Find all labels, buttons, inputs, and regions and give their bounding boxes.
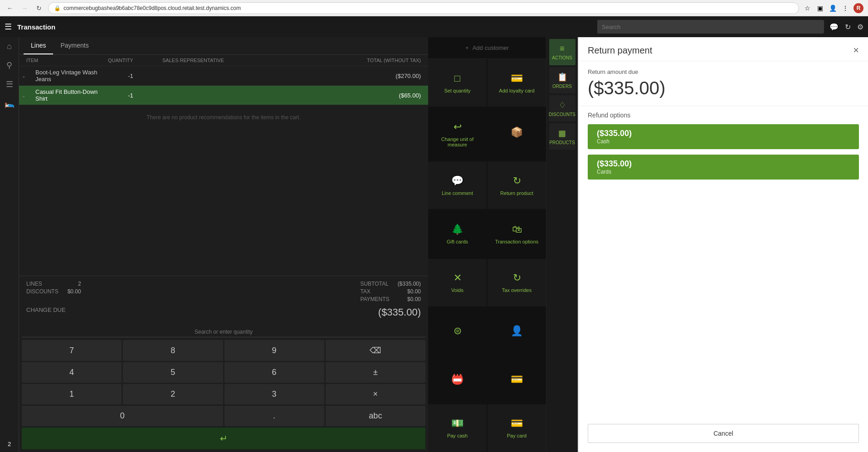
pay-card-label: Pay card (507, 433, 527, 438)
voids-icon: ✕ (454, 272, 462, 284)
tax-overrides-button[interactable]: ↻ Tax overrides (488, 259, 546, 306)
row2-total: ($65.00) (239, 92, 425, 99)
action-icon-10: ⊜ (454, 325, 462, 337)
payments-value: $0.00 (407, 296, 421, 302)
num-backspace[interactable]: ⌫ (326, 340, 425, 361)
hamburger-menu[interactable]: ☰ (5, 22, 12, 32)
accounts-icon[interactable]: 👤 (828, 4, 837, 13)
num-8[interactable]: 8 (123, 340, 223, 361)
num-1[interactable]: 1 (22, 384, 122, 404)
table-row[interactable]: ⌄ Boot-Leg Vintage Wash Jeans -1 ($270.0… (19, 66, 428, 86)
num-dot[interactable]: . (224, 406, 324, 426)
nav-icons: 💬 ↻ ⚙ (829, 23, 863, 31)
refund-option-cash[interactable]: ($335.00) Cash (588, 124, 859, 149)
voids-button[interactable]: ✕ Voids (428, 259, 487, 306)
subtotal-value: ($335.00) (398, 281, 421, 287)
num-enter[interactable]: ↵ (22, 428, 425, 449)
set-quantity-label: Set quantity (444, 88, 470, 93)
return-product-button[interactable]: ↻ Return product (488, 161, 546, 209)
return-close-button[interactable]: × (853, 44, 859, 56)
pay-cash-button[interactable]: 💵 Pay cash (428, 404, 487, 452)
tax-overrides-icon: ↻ (513, 272, 521, 284)
action-icon-13: 💳 (511, 374, 523, 385)
home-icon[interactable]: ⌂ (7, 42, 12, 51)
quick-products-button[interactable]: ▦ PRODUCTS (549, 123, 575, 150)
quick-orders-button[interactable]: 📋 ORDERS (549, 67, 575, 93)
discounts-value: $0.00 (68, 288, 81, 295)
forward-button[interactable]: → (19, 3, 30, 14)
change-due-label: CHANGE DUE (26, 306, 66, 318)
refund-option-cards[interactable]: ($335.00) Cards (588, 155, 859, 180)
add-loyalty-button[interactable]: 💳 Add loyalty card (488, 59, 546, 107)
address-bar[interactable]: 🔒 commercebugbashea9b6abc78e0c9d8pos.clo… (48, 2, 799, 14)
transaction-options-button[interactable]: 🛍 Transaction options (488, 210, 546, 258)
menu-icon[interactable]: ⋮ (841, 4, 850, 13)
back-button[interactable]: ← (5, 3, 15, 14)
row1-total: ($270.00) (239, 73, 425, 79)
comment-icon[interactable]: 💬 (829, 23, 839, 31)
settings-icon[interactable]: ⚙ (857, 23, 863, 31)
num-multiply[interactable]: × (326, 384, 425, 404)
line-comment-label: Line comment (442, 190, 473, 196)
action-btn-13[interactable]: 💳 (488, 356, 546, 403)
gift-cards-button[interactable]: 🌲 Gift cards (428, 210, 487, 258)
discounts-label: DISCOUNTS (549, 112, 575, 117)
num-6[interactable]: 6 (224, 362, 324, 383)
quick-actions-button[interactable]: ≡ ACTIONS (549, 39, 575, 65)
action-btn-12[interactable]: 📛 (428, 356, 487, 403)
change-uom-button[interactable]: ↩ Change unit of measure (428, 107, 487, 160)
bookmark-icon[interactable]: ☆ (803, 4, 812, 13)
num-7[interactable]: 7 (22, 340, 122, 361)
transaction-options-label: Transaction options (495, 239, 539, 244)
add-customer-icon: + (465, 44, 469, 51)
list-icon[interactable]: ☰ (6, 79, 13, 89)
page-number: 2 (8, 441, 11, 447)
refresh-icon[interactable]: ↻ (845, 23, 851, 31)
num-5[interactable]: 5 (123, 362, 223, 383)
num-2[interactable]: 2 (123, 384, 223, 404)
return-cancel-button[interactable]: Cancel (588, 424, 859, 443)
discounts-label: DISCOUNTS (26, 288, 59, 295)
set-quantity-button[interactable]: □ Set quantity (428, 59, 487, 107)
pay-card-button[interactable]: 💳 Pay card (488, 404, 546, 452)
header-total: TOTAL (WITHOUT TAX) (244, 58, 421, 63)
refund-cards-type: Cards (597, 169, 850, 175)
action-grid: □ Set quantity 💳 Add loyalty card ↩ Chan… (428, 59, 546, 452)
row1-qty: -1 (103, 73, 158, 79)
action-btn-11[interactable]: 👤 (488, 307, 546, 355)
return-amount-value: ($335.00) (588, 78, 859, 98)
num-9[interactable]: 9 (224, 340, 324, 361)
num-plusminus[interactable]: ± (326, 362, 425, 383)
payments-label: PAYMENTS (360, 296, 389, 302)
refresh-button[interactable]: ↻ (34, 3, 44, 14)
tax-label: TAX (360, 288, 370, 295)
line-comment-button[interactable]: 💬 Line comment (428, 161, 487, 209)
tab-lines[interactable]: Lines (24, 37, 53, 54)
user-avatar: R (853, 3, 863, 13)
num-3[interactable]: 3 (224, 384, 324, 404)
tab-payments[interactable]: Payments (53, 37, 96, 54)
lines-value: 2 (78, 281, 81, 287)
search-icon[interactable]: ⚲ (6, 60, 12, 70)
search-qty-input[interactable] (22, 327, 425, 337)
bottom-summary: LINES 2 DISCOUNTS $0.00 SUBTOTAL ($335.0… (19, 276, 428, 324)
return-title: Return payment (588, 45, 652, 56)
row2-item: Casual Fit Button-Down Shirt (35, 88, 103, 102)
header-qty: QUANTITY (108, 58, 162, 63)
quick-discounts-button[interactable]: ♢ DISCOUNTS (549, 95, 575, 122)
refund-cash-type: Cash (597, 138, 850, 145)
actions-icon: ≡ (560, 44, 565, 53)
search-input[interactable] (597, 20, 824, 34)
table-row-selected[interactable]: ⌄ Casual Fit Button-Down Shirt -1 ($65.0… (19, 86, 428, 105)
return-product-item-button[interactable]: 📦 (488, 107, 546, 160)
gift-cards-icon: 🌲 (451, 224, 463, 235)
tax-value: $0.00 (407, 288, 421, 295)
num-0[interactable]: 0 (22, 406, 223, 426)
extensions-icon[interactable]: ▣ (815, 4, 824, 13)
numpad-section: 7 8 9 ⌫ 4 5 6 ± 1 2 3 × 0 . abc ↵ (19, 324, 428, 452)
num-4[interactable]: 4 (22, 362, 122, 383)
cart-icon[interactable]: 🛌 (5, 98, 15, 108)
add-customer[interactable]: + Add customer (428, 37, 546, 59)
num-abc[interactable]: abc (326, 406, 425, 426)
action-btn-10[interactable]: ⊜ (428, 307, 487, 355)
